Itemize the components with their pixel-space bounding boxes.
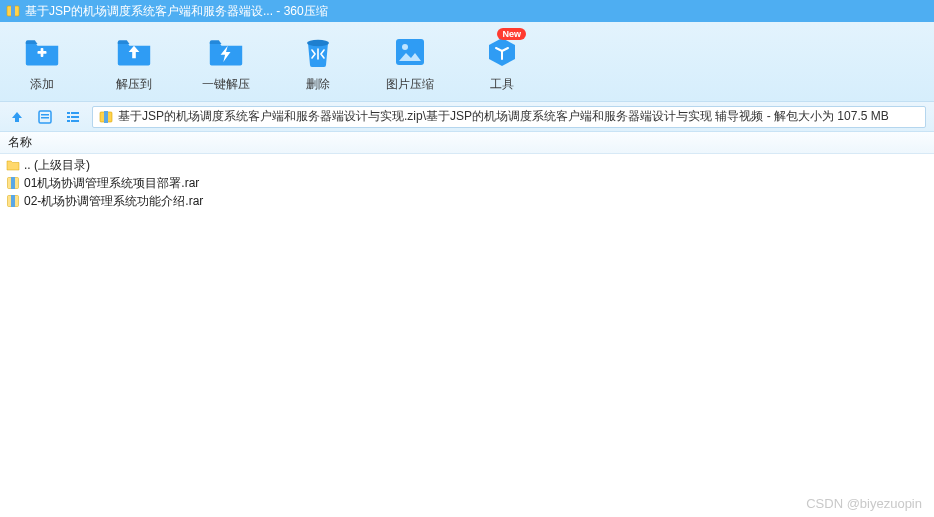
svg-rect-17	[104, 111, 108, 123]
one-click-folder-icon	[208, 34, 244, 70]
title-bar: 基于JSP的机场调度系统客户端和服务器端设... - 360压缩	[0, 0, 934, 22]
rar-icon	[6, 194, 20, 208]
archive-icon	[99, 110, 113, 124]
svg-rect-5	[396, 39, 424, 65]
svg-rect-10	[67, 112, 70, 114]
one-click-label: 一键解压	[202, 76, 250, 93]
svg-rect-8	[41, 114, 49, 116]
watermark: CSDN @biyezuopin	[806, 496, 922, 511]
image-icon	[392, 34, 428, 70]
main-toolbar: 添加 解压到 一键解压 删除 图片压缩 New 工具	[0, 22, 934, 102]
new-badge: New	[497, 28, 526, 40]
folder-icon	[6, 158, 20, 172]
file-list: .. (上级目录) 01机场协调管理系统项目部署.rar 02-机场协调管理系统…	[0, 154, 934, 212]
extract-to-button[interactable]: 解压到	[102, 34, 166, 93]
nav-bar: 基于JSP的机场调度系统客户端和服务器端设计与实现.zip\基于JSP的机场调度…	[0, 102, 934, 132]
svg-rect-12	[67, 116, 70, 118]
path-text: 基于JSP的机场调度系统客户端和服务器端设计与实现.zip\基于JSP的机场调度…	[118, 108, 889, 125]
svg-rect-3	[41, 48, 44, 57]
up-arrow-icon[interactable]	[8, 108, 26, 126]
view-list-icon[interactable]	[64, 108, 82, 126]
path-bar[interactable]: 基于JSP的机场调度系统客户端和服务器端设计与实现.zip\基于JSP的机场调度…	[92, 106, 926, 128]
extract-folder-icon	[116, 34, 152, 70]
svg-rect-11	[71, 112, 79, 114]
svg-point-4	[307, 40, 329, 46]
svg-rect-19	[11, 177, 15, 189]
extract-to-label: 解压到	[116, 76, 152, 93]
tools-label: 工具	[490, 76, 514, 93]
recycle-bin-icon	[300, 34, 336, 70]
svg-rect-21	[11, 195, 15, 207]
add-folder-icon	[24, 34, 60, 70]
image-compress-button[interactable]: 图片压缩	[378, 34, 442, 93]
delete-button[interactable]: 删除	[286, 34, 350, 93]
image-compress-label: 图片压缩	[386, 76, 434, 93]
file-name: 02-机场协调管理系统功能介绍.rar	[24, 193, 203, 210]
column-name: 名称	[8, 134, 32, 151]
one-click-extract-button[interactable]: 一键解压	[194, 34, 258, 93]
file-name: 01机场协调管理系统项目部署.rar	[24, 175, 199, 192]
app-icon	[6, 4, 20, 18]
file-row[interactable]: 01机场协调管理系统项目部署.rar	[0, 174, 934, 192]
parent-dir-row[interactable]: .. (上级目录)	[0, 156, 934, 174]
svg-rect-13	[71, 116, 79, 118]
rar-icon	[6, 176, 20, 190]
column-header[interactable]: 名称	[0, 132, 934, 154]
svg-rect-15	[71, 120, 79, 122]
svg-point-6	[402, 44, 408, 50]
window-title: 基于JSP的机场调度系统客户端和服务器端设... - 360压缩	[25, 3, 328, 20]
svg-rect-1	[11, 5, 15, 17]
delete-label: 删除	[306, 76, 330, 93]
file-row[interactable]: 02-机场协调管理系统功能介绍.rar	[0, 192, 934, 210]
svg-rect-9	[41, 117, 49, 119]
parent-dir-label: .. (上级目录)	[24, 157, 90, 174]
add-label: 添加	[30, 76, 54, 93]
tools-button[interactable]: New 工具	[470, 34, 534, 93]
svg-rect-14	[67, 120, 70, 122]
add-button[interactable]: 添加	[10, 34, 74, 93]
view-detail-icon[interactable]	[36, 108, 54, 126]
